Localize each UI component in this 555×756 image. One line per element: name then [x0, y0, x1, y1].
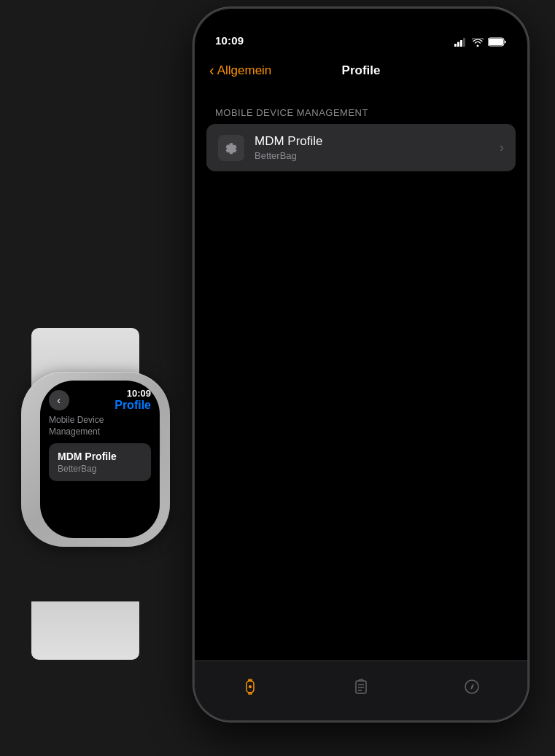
apple-watch: ‹ 10:09 Profile Mobile Device Management… — [11, 372, 222, 620]
watch-screen: ‹ 10:09 Profile Mobile Device Management… — [40, 381, 160, 538]
dynamic-island — [317, 19, 405, 44]
tab-watch[interactable] — [240, 677, 260, 697]
svg-rect-3 — [463, 38, 465, 47]
mdm-item-title: MDM Profile — [255, 134, 489, 149]
iphone-device: 10:09 — [193, 7, 529, 722]
watch-mdm-row[interactable]: MDM Profile BetterBag — [49, 443, 151, 481]
watch-nav: ‹ 10:09 Profile — [49, 388, 151, 412]
clipboard-tab-icon — [351, 677, 371, 697]
mdm-profile-row[interactable]: MDM Profile BetterBag › — [206, 124, 516, 171]
watch-time: 10:09 — [127, 388, 151, 399]
compass-tab-icon — [462, 677, 482, 697]
status-icons — [454, 37, 507, 47]
svg-rect-1 — [457, 42, 459, 47]
watch-tab-icon — [240, 677, 260, 697]
iphone-screen: 10:09 — [195, 9, 527, 720]
watch-band-bottom — [31, 601, 139, 660]
signal-icon — [454, 38, 467, 47]
content-area: MOBILE DEVICE MANAGEMENT MDM Profile Bet… — [195, 93, 527, 662]
svg-rect-5 — [489, 39, 503, 45]
back-label: Allgemein — [217, 63, 272, 78]
back-button[interactable]: ‹ Allgemein — [209, 63, 271, 79]
mdm-icon-container — [218, 135, 244, 161]
tab-compass[interactable] — [462, 677, 482, 697]
svg-rect-2 — [460, 40, 462, 47]
svg-rect-8 — [248, 679, 252, 682]
tab-bar — [195, 660, 527, 720]
mdm-item-subtitle: BetterBag — [255, 150, 489, 161]
nav-bar: ‹ Allgemein Profile — [195, 51, 527, 90]
back-chevron-icon: ‹ — [209, 62, 214, 79]
wifi-icon — [472, 38, 484, 47]
status-time: 10:09 — [215, 34, 244, 47]
watch-mdm-subtitle: BetterBag — [58, 464, 142, 474]
watch-back-button[interactable]: ‹ — [49, 390, 69, 410]
watch-content: ‹ 10:09 Profile Mobile Device Management… — [40, 381, 160, 538]
watch-case: ‹ 10:09 Profile Mobile Device Management… — [21, 372, 170, 547]
svg-rect-9 — [248, 692, 252, 695]
mdm-item-text: MDM Profile BetterBag — [255, 134, 489, 161]
gear-icon — [224, 141, 238, 155]
watch-mdm-title: MDM Profile — [58, 451, 142, 462]
watch-back-chevron-icon: ‹ — [57, 394, 61, 406]
row-chevron-icon: › — [500, 140, 504, 155]
svg-rect-0 — [454, 44, 457, 47]
battery-icon — [488, 37, 507, 47]
watch-section-label: Mobile Device Management — [49, 415, 151, 437]
section-label: MOBILE DEVICE MANAGEMENT — [195, 107, 527, 118]
tab-clipboard[interactable] — [351, 677, 371, 697]
svg-point-7 — [249, 685, 252, 688]
watch-title: Profile — [115, 399, 151, 412]
page-title: Profile — [342, 63, 381, 78]
